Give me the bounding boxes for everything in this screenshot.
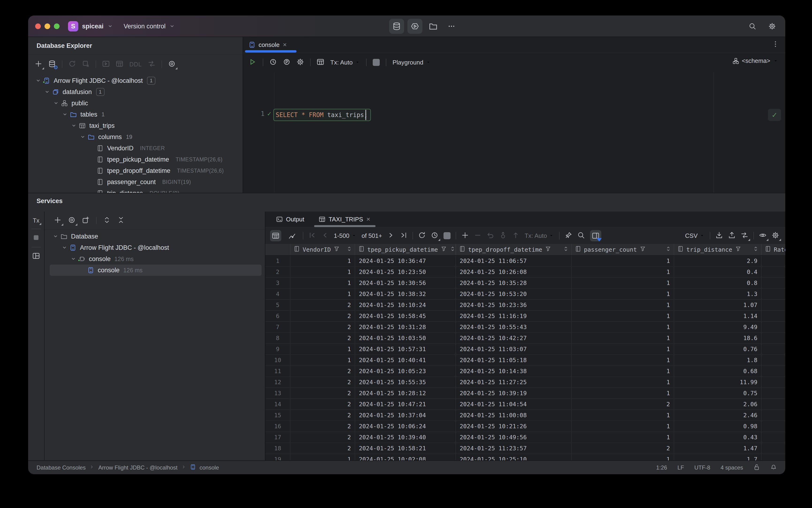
cell[interactable]: 2	[290, 377, 355, 387]
revert-button[interactable]	[487, 231, 494, 240]
settings-button[interactable]	[765, 19, 780, 34]
history-button[interactable]	[269, 58, 277, 67]
cell[interactable]: 1.8	[674, 355, 762, 366]
cell[interactable]: 1	[572, 278, 674, 288]
compare-button[interactable]	[148, 60, 155, 69]
cell[interactable]: 2.06	[674, 399, 762, 410]
sort-icon[interactable]	[450, 246, 456, 253]
explorer-item-Arrow Flight JDBC - @localhost[interactable]: Arrow Flight JDBC - @localhost1	[28, 75, 242, 86]
cell[interactable]: 9.49	[674, 322, 762, 332]
breadcrumb-item[interactable]: console	[199, 464, 219, 471]
cell[interactable]: 2024-01-25 10:42:27	[456, 333, 572, 343]
cell[interactable]: 2024-01-25 10:31:28	[355, 322, 456, 332]
cell[interactable]: 2024-01-25 11:05:18	[456, 355, 572, 366]
sort-icon[interactable]	[665, 246, 671, 253]
cell[interactable]: 1	[290, 355, 355, 366]
cell[interactable]: 1	[572, 355, 674, 366]
cell[interactable]: 2024-01-25 11:06:57	[456, 256, 572, 266]
run-hexagon-button[interactable]	[407, 19, 422, 34]
table-row[interactable]: 1722024-01-25 10:39:402024-01-25 10:49:5…	[265, 432, 785, 443]
minimize-window-button[interactable]	[45, 24, 50, 29]
cell[interactable]: 2.46	[674, 410, 762, 421]
cell[interactable]: 2	[572, 399, 674, 410]
cell[interactable]: 2024-01-25 10:28:12	[355, 388, 456, 398]
cell[interactable]: 2024-01-25 10:39:19	[456, 388, 572, 398]
open-table-button[interactable]	[116, 60, 123, 69]
explorer-item-trip_distance[interactable]: trip_distanceDOUBLE(0)	[28, 187, 242, 193]
column-header-tpep_pickup_datetime[interactable]: tpep_pickup_datetime	[355, 244, 456, 255]
cell[interactable]: 2024-01-25 10:40:41	[355, 355, 456, 366]
table-row[interactable]: 1422024-01-25 10:47:212024-01-25 11:04:5…	[265, 399, 785, 410]
cell[interactable]: 2024-01-25 10:30:56	[355, 278, 456, 288]
cell[interactable]: 2024-01-25 10:49:56	[456, 432, 572, 442]
cell[interactable]: 2	[290, 333, 355, 343]
cell[interactable]: 2024-01-25 11:00:08	[456, 410, 572, 421]
cell[interactable]: 2024-01-25 10:55:43	[456, 322, 572, 332]
cell[interactable]: 1.07	[674, 300, 762, 310]
services-item-console[interactable]: console126 ms	[50, 264, 262, 276]
cell[interactable]	[762, 256, 785, 266]
filter-funnel-icon[interactable]	[333, 246, 340, 253]
column-header-Rate[interactable]: Rate	[762, 244, 785, 255]
services-item-Arrow Flight JDBC - @localhost[interactable]: Arrow Flight JDBC - @localhost	[50, 242, 262, 253]
cell[interactable]: 2024-01-25 10:23:50	[355, 267, 456, 277]
chevron-down-icon[interactable]	[35, 78, 43, 84]
tx-mode-select[interactable]: Tx: Auto	[525, 232, 554, 240]
close-tab-icon[interactable]: ×	[366, 216, 370, 223]
cell[interactable]: 1	[572, 322, 674, 332]
cell[interactable]: 2024-01-25 11:03:07	[456, 344, 572, 354]
database-tool-button[interactable]	[389, 19, 404, 34]
cell[interactable]: 2	[290, 432, 355, 442]
tx-stripe-button[interactable]: Tx	[33, 217, 39, 224]
parameters-button[interactable]	[283, 58, 290, 67]
cell[interactable]: 2024-01-25 10:23:36	[456, 300, 572, 310]
search-everywhere-button[interactable]	[745, 19, 760, 34]
editor-options-kebab[interactable]	[772, 40, 779, 49]
cell[interactable]: 2024-01-25 11:27:25	[456, 377, 572, 387]
filter-funnel-icon[interactable]	[640, 246, 646, 253]
project-name-menu[interactable]: spiceai	[82, 23, 104, 30]
cell[interactable]: 2	[290, 410, 355, 421]
previous-page-button[interactable]	[321, 231, 329, 240]
table-row[interactable]: 1122024-01-25 10:05:232024-01-25 10:14:3…	[265, 366, 785, 377]
cell[interactable]	[762, 421, 785, 431]
table-row[interactable]: 1912024-01-25 10:02:082024-01-25 10:25:1…	[265, 454, 785, 460]
cell[interactable]: 1	[572, 311, 674, 321]
stop-query-button[interactable]	[444, 232, 451, 239]
table-row[interactable]: 1322024-01-25 10:28:122024-01-25 10:39:1…	[265, 388, 785, 399]
filter-funnel-icon[interactable]	[735, 246, 741, 253]
page-size-select[interactable]: 1-500	[334, 232, 357, 240]
chart-view-button[interactable]	[286, 230, 298, 241]
indent-style[interactable]: 4 spaces	[721, 464, 743, 471]
cell[interactable]: 1	[572, 388, 674, 398]
cell[interactable]: 2024-01-25 10:37:04	[355, 410, 456, 421]
cell[interactable]	[762, 454, 785, 460]
explorer-item-passenger_count[interactable]: passenger_countBIGINT(19)	[28, 176, 242, 187]
sort-icon[interactable]	[346, 246, 352, 253]
cell[interactable]	[762, 278, 785, 288]
caret-position[interactable]: 1:26	[656, 464, 667, 471]
chevron-down-icon[interactable]	[80, 134, 88, 140]
ddl-button[interactable]: DDL	[129, 61, 142, 68]
console-settings-button[interactable]	[297, 58, 304, 67]
browse-tables-button[interactable]	[317, 58, 324, 67]
sort-icon[interactable]	[753, 246, 759, 253]
cell[interactable]: 2024-01-25 10:47:21	[355, 399, 456, 410]
collapse-all-button[interactable]	[117, 216, 125, 225]
table-row[interactable]: 1222024-01-25 10:55:352024-01-25 11:27:2…	[265, 377, 785, 388]
delete-row-button[interactable]	[474, 231, 482, 240]
cell[interactable]: 1	[290, 289, 355, 299]
chevron-down-icon[interactable]	[53, 100, 61, 106]
next-page-button[interactable]	[387, 231, 395, 240]
tab-output[interactable]: Output	[270, 212, 310, 227]
chevron-down-icon[interactable]	[71, 256, 79, 262]
reload-page-button[interactable]	[418, 231, 426, 240]
close-window-button[interactable]	[35, 24, 41, 29]
chevron-down-icon[interactable]	[62, 112, 70, 117]
cell[interactable]: 2024-01-25 10:39:40	[355, 432, 456, 442]
find-button[interactable]	[577, 231, 585, 240]
project-folder-button[interactable]	[426, 19, 441, 34]
cell[interactable]: 18.6	[674, 333, 762, 343]
cell[interactable]	[762, 377, 785, 387]
explorer-item-taxi_trips[interactable]: taxi_trips	[28, 120, 242, 131]
